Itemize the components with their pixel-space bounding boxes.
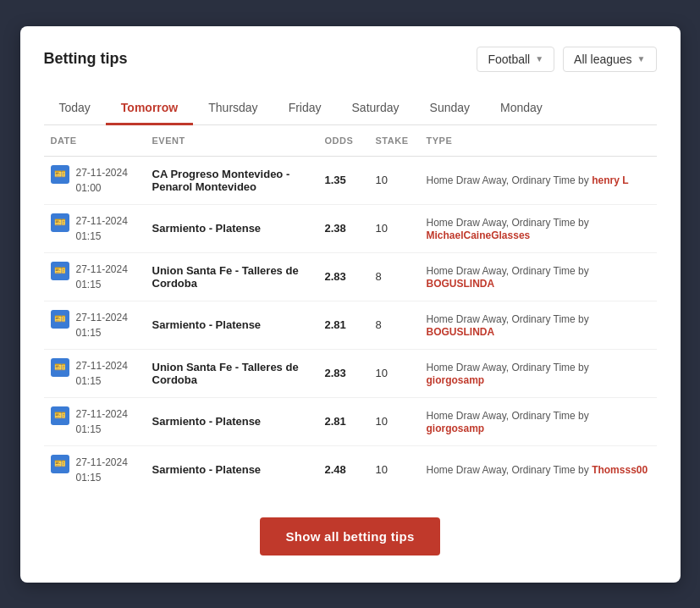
tab-tomorrow[interactable]: Tomorrow — [106, 92, 193, 125]
event-name: Sarmiento - Platense — [152, 222, 262, 235]
tab-sunday[interactable]: Sunday — [415, 92, 485, 125]
cell-date: 🎫 27-11-202401:15 — [44, 252, 146, 301]
type-text: Home Draw Away, Ordinary Time by Michael… — [427, 217, 589, 241]
type-text: Home Draw Away, Ordinary Time by BOGUSLI… — [427, 313, 589, 338]
type-text: Home Draw Away, Ordinary Time by Thomsss… — [427, 464, 648, 476]
stake-value: 8 — [376, 270, 382, 283]
cell-event: Sarmiento - Platense — [146, 445, 318, 494]
user-link[interactable]: MichaelCaineGlasses — [427, 229, 531, 241]
odds-value: 2.48 — [325, 463, 346, 476]
event-name: Sarmiento - Platense — [152, 415, 262, 428]
type-text: Home Draw Away, Ordinary Time by giorgos… — [427, 362, 589, 386]
user-link[interactable]: Thomsss00 — [592, 464, 648, 476]
event-name: Sarmiento - Platense — [152, 318, 262, 331]
odds-value: 2.83 — [325, 270, 346, 283]
cell-odds: 2.48 — [318, 445, 369, 494]
cell-stake: 8 — [369, 301, 420, 349]
card-header: Betting tips Football ▼ All leagues ▼ — [44, 47, 657, 72]
odds-value: 2.38 — [325, 222, 346, 235]
leagues-dropdown[interactable]: All leagues ▼ — [563, 47, 656, 72]
tab-monday[interactable]: Monday — [485, 92, 558, 125]
betting-table: DATE EVENT ODDS STAKE TYPE 🎫 27-11-20240… — [44, 125, 657, 494]
user-link[interactable]: giorgosamp — [427, 423, 485, 434]
leagues-dropdown-arrow: ▼ — [637, 54, 646, 64]
tab-saturday[interactable]: Saturday — [337, 92, 415, 125]
table-row: 🎫 27-11-202401:15 Union Santa Fe - Talle… — [44, 252, 657, 301]
cell-odds: 2.81 — [318, 397, 369, 445]
type-text: Home Draw Away, Ordinary Time by BOGUSLI… — [427, 265, 589, 290]
cell-stake: 10 — [369, 204, 420, 252]
user-link[interactable]: henry L — [592, 174, 628, 186]
cell-stake: 10 — [369, 445, 420, 494]
tab-friday[interactable]: Friday — [273, 92, 337, 125]
football-label: Football — [488, 53, 530, 66]
cell-type: Home Draw Away, Ordinary Time by Thomsss… — [420, 445, 657, 494]
cell-stake: 10 — [369, 349, 420, 397]
cell-type: Home Draw Away, Ordinary Time by BOGUSLI… — [420, 301, 657, 349]
cell-odds: 2.81 — [318, 301, 369, 349]
cell-type: Home Draw Away, Ordinary Time by Michael… — [420, 204, 657, 252]
ticket-icon: 🎫 — [51, 358, 69, 377]
event-name: Union Santa Fe - Talleres de Cordoba — [152, 361, 299, 386]
table-body: 🎫 27-11-202401:00 CA Progreso Montevideo… — [44, 156, 657, 494]
stake-value: 10 — [376, 463, 388, 476]
table-row: 🎫 27-11-202401:15 Sarmiento - Platense2.… — [44, 204, 657, 252]
leagues-label: All leagues — [574, 53, 632, 66]
cell-event: Union Santa Fe - Talleres de Cordoba — [146, 349, 318, 397]
betting-tips-card: Betting tips Football ▼ All leagues ▼ To… — [20, 26, 681, 583]
col-header-type: TYPE — [420, 125, 657, 157]
stake-value: 10 — [376, 174, 388, 186]
odds-value: 1.35 — [325, 174, 346, 186]
event-name: CA Progreso Montevideo - Penarol Montevi… — [152, 168, 290, 193]
cell-stake: 10 — [369, 397, 420, 445]
col-header-event: EVENT — [146, 125, 318, 157]
football-dropdown[interactable]: Football ▼ — [477, 47, 554, 72]
odds-value: 2.83 — [325, 367, 346, 379]
tabs-bar: TodayTomorrowThursdayFridaySaturdaySunda… — [44, 92, 657, 125]
cell-event: Sarmiento - Platense — [146, 204, 318, 252]
col-header-date: DATE — [44, 125, 146, 157]
table-header: DATE EVENT ODDS STAKE TYPE — [44, 125, 657, 157]
cell-event: Union Santa Fe - Talleres de Cordoba — [146, 252, 318, 301]
date-value: 27-11-202401:15 — [76, 358, 128, 389]
cell-odds: 2.83 — [318, 252, 369, 301]
table-row: 🎫 27-11-202401:15 Sarmiento - Platense2.… — [44, 301, 657, 349]
cell-odds: 2.38 — [318, 204, 369, 252]
cell-type: Home Draw Away, Ordinary Time by henry L — [420, 156, 657, 204]
tab-today[interactable]: Today — [44, 92, 106, 125]
type-text: Home Draw Away, Ordinary Time by henry L — [427, 174, 629, 186]
user-link[interactable]: BOGUSLINDA — [427, 326, 495, 338]
ticket-icon: 🎫 — [51, 455, 69, 473]
ticket-icon: 🎫 — [51, 213, 69, 232]
header-controls: Football ▼ All leagues ▼ — [477, 47, 656, 72]
cell-date: 🎫 27-11-202401:15 — [44, 397, 146, 445]
table-row: 🎫 27-11-202401:15 Union Santa Fe - Talle… — [44, 349, 657, 397]
user-link[interactable]: BOGUSLINDA — [427, 278, 495, 290]
type-text: Home Draw Away, Ordinary Time by giorgos… — [427, 410, 589, 434]
odds-value: 2.81 — [325, 318, 346, 331]
col-header-odds: ODDS — [318, 125, 369, 157]
date-value: 27-11-202401:15 — [76, 262, 128, 292]
show-all-button[interactable]: Show all betting tips — [260, 517, 439, 555]
date-value: 27-11-202401:15 — [76, 310, 128, 340]
table-row: 🎫 27-11-202401:15 Sarmiento - Platense2.… — [44, 445, 657, 494]
ticket-icon: 🎫 — [51, 262, 69, 280]
cell-date: 🎫 27-11-202401:00 — [44, 156, 146, 204]
tab-thursday[interactable]: Thursday — [193, 92, 273, 125]
cell-type: Home Draw Away, Ordinary Time by giorgos… — [420, 397, 657, 445]
date-value: 27-11-202401:15 — [76, 455, 128, 485]
user-link[interactable]: giorgosamp — [427, 374, 485, 386]
stake-value: 10 — [376, 415, 388, 428]
col-header-stake: STAKE — [369, 125, 420, 157]
cell-date: 🎫 27-11-202401:15 — [44, 301, 146, 349]
cell-date: 🎫 27-11-202401:15 — [44, 204, 146, 252]
cell-event: Sarmiento - Platense — [146, 397, 318, 445]
page-title: Betting tips — [44, 50, 128, 68]
ticket-icon: 🎫 — [51, 310, 69, 329]
ticket-icon: 🎫 — [51, 165, 69, 184]
cell-event: Sarmiento - Platense — [146, 301, 318, 349]
event-name: Union Santa Fe - Talleres de Cordoba — [152, 264, 299, 290]
stake-value: 8 — [376, 318, 382, 331]
cell-type: Home Draw Away, Ordinary Time by BOGUSLI… — [420, 252, 657, 301]
cell-date: 🎫 27-11-202401:15 — [44, 445, 146, 494]
